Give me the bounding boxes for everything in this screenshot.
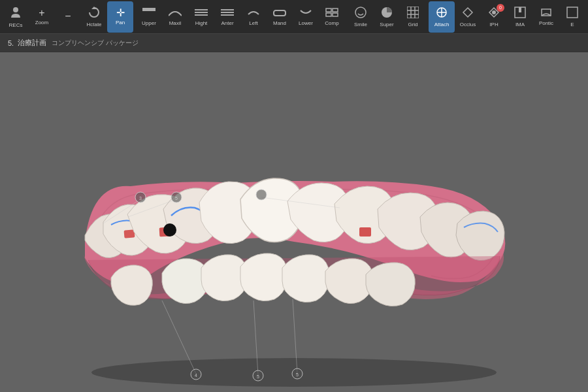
breadcrumb-sublabel: コンプリヘンシブ パッケージ — [52, 39, 139, 48]
minus-icon: − — [65, 11, 71, 22]
breadcrumb-bar: 5. 治療計画 コンプリヘンシブ パッケージ — [0, 34, 588, 52]
tool-rotate[interactable]: Hctate — [81, 1, 107, 33]
svg-text:3: 3 — [139, 196, 142, 201]
pan-icon: ✛ — [116, 8, 125, 18]
tool-attach-label: Attach — [434, 22, 449, 27]
svg-rect-12 — [326, 13, 331, 16]
tool-smile[interactable]: Smile — [348, 1, 374, 33]
svg-text:5: 5 — [296, 372, 299, 377]
tool-grid-label: Grid — [408, 22, 417, 27]
breadcrumb-label: 治療計画 — [18, 38, 46, 48]
hight-icon — [195, 8, 208, 19]
tool-upper-label: Upper — [142, 20, 156, 26]
occlus-icon — [462, 7, 474, 20]
iph-badge: 0 — [497, 4, 504, 12]
svg-text:5: 5 — [175, 196, 178, 201]
svg-rect-10 — [326, 8, 331, 12]
svg-point-34 — [163, 223, 176, 237]
svg-rect-28 — [519, 7, 521, 12]
tool-smile-label: Smile — [354, 22, 367, 27]
tool-recs-label: RECs — [9, 22, 23, 28]
tool-occlus[interactable]: Occlus — [455, 1, 481, 33]
tool-mand[interactable]: Mand — [267, 1, 293, 33]
tool-super[interactable]: Super — [374, 1, 400, 33]
tool-super-label: Super — [380, 22, 393, 27]
tool-comp[interactable]: Comp — [319, 1, 345, 33]
tool-ima-label: IMA — [515, 22, 525, 27]
svg-rect-20 — [407, 7, 419, 18]
tool-maxil[interactable]: Maxil — [162, 1, 188, 33]
tool-hight[interactable]: Hight — [188, 1, 214, 33]
tool-hight-label: Hight — [195, 20, 208, 26]
mand-icon — [273, 8, 286, 19]
tool-extra-label: E — [570, 22, 574, 27]
maxil-icon — [169, 8, 182, 19]
svg-rect-13 — [333, 13, 338, 16]
svg-point-45 — [256, 189, 267, 200]
comp-icon — [325, 8, 338, 19]
tool-pan[interactable]: ✛ Pan — [107, 1, 133, 33]
svg-marker-24 — [463, 8, 472, 17]
svg-rect-11 — [333, 8, 338, 12]
tool-ima[interactable]: IMA — [507, 1, 533, 33]
svg-text:4: 4 — [195, 373, 197, 378]
tool-upper[interactable]: Upper — [136, 1, 162, 33]
tool-left[interactable]: Left — [240, 1, 267, 33]
tool-pontic-label: Pontic — [539, 20, 553, 26]
extra-icon — [566, 7, 578, 20]
tool-occlus-label: Occlus — [460, 22, 476, 27]
left-icon — [247, 8, 260, 19]
tool-grid[interactable]: Grid — [400, 1, 426, 33]
smile-icon — [355, 7, 367, 20]
svg-point-0 — [13, 7, 18, 12]
tool-lower-label: Lower — [299, 20, 313, 26]
recs-icon — [9, 6, 22, 21]
svg-rect-33 — [359, 227, 371, 237]
toolbar: RECs + Zoom − Hctate ✛ Pan Upper Maxil — [0, 0, 588, 34]
tool-anter[interactable]: Anter — [214, 1, 240, 33]
tool-zoom-label: Zoom — [35, 20, 48, 25]
grid-icon — [407, 7, 419, 20]
viewport[interactable]: 3 5 4 5 5 — [0, 52, 588, 392]
tool-recs[interactable]: RECs — [3, 1, 29, 33]
tool-extra[interactable]: E — [559, 1, 585, 33]
tool-comp-label: Comp — [325, 20, 338, 26]
super-icon — [381, 7, 393, 20]
pontic-icon — [540, 8, 552, 19]
tool-zoom-out[interactable]: − — [55, 1, 81, 33]
tool-iph[interactable]: 0 IPH — [481, 1, 507, 33]
tool-left-label: Left — [249, 20, 257, 26]
svg-point-14 — [355, 7, 366, 18]
teeth-model-svg: 3 5 4 5 5 — [0, 52, 588, 392]
rotate-icon — [88, 7, 100, 20]
svg-rect-29 — [567, 7, 578, 18]
svg-text:5: 5 — [257, 374, 259, 379]
breadcrumb-step: 5. — [8, 39, 14, 47]
tool-anter-label: Anter — [221, 20, 233, 26]
tool-pan-label: Pan — [116, 20, 125, 25]
svg-point-26 — [492, 10, 496, 14]
ima-icon — [514, 7, 526, 20]
upper-icon — [142, 8, 155, 19]
tool-pontic[interactable]: Pontic — [533, 1, 559, 33]
tool-attach[interactable]: Attach — [429, 1, 455, 33]
tool-rotate-label: Hctate — [86, 22, 101, 27]
tool-lower[interactable]: Lower — [293, 1, 319, 33]
tool-mand-label: Mand — [273, 20, 286, 26]
svg-rect-9 — [274, 10, 286, 16]
tool-maxil-label: Maxil — [169, 20, 182, 26]
attach-icon — [436, 7, 448, 20]
tool-iph-label: IPH — [489, 22, 498, 27]
lower-icon — [299, 8, 312, 19]
svg-rect-2 — [142, 8, 155, 11]
anter-icon — [221, 8, 234, 19]
plus-icon: + — [39, 8, 44, 18]
tool-zoom-in[interactable]: + Zoom — [29, 1, 55, 33]
